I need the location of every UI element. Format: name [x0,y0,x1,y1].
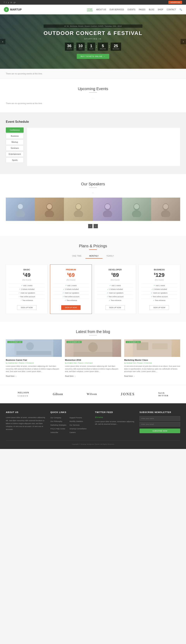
hero-section: ‹ 12 St. Nicholas Street, Essen Comfort … [0,14,186,69]
blog-readmore-2[interactable]: Read More [65,375,76,377]
plan-business: BUSINESS $129 (Per Event) visit 1 event … [138,264,180,314]
nav-home[interactable]: HOME [87,8,93,11]
feature-item: 2 tickets included [53,287,89,291]
plan-business-signup[interactable]: SIGN UP NOW [150,305,169,310]
speakers-grid [6,198,180,221]
nav-shop[interactable]: SHOP [158,8,163,11]
upcoming-banner-text: There are no upcoming events at this tim… [6,73,180,75]
feature-item: free online account [141,295,177,298]
svg-point-8 [76,204,81,209]
svg-rect-20 [16,351,51,355]
schedule-layout: Conference Business Meetup Seminars Ente… [6,128,180,166]
partners-section: NELSONGORDON Gibson Wilson JONES harshBU… [0,385,186,404]
schedule-content [27,128,180,166]
footer-quick-links-title: QUICK LINKS [50,411,91,414]
twitter-icon[interactable]: t [6,1,6,4]
svg-point-16 [161,210,170,217]
feature-item: free entrance [97,298,133,302]
schedule-tab-meetup[interactable]: Meetup [6,140,24,145]
blog-excerpt-1: Lorem ipsum dolor sit amet, consectetur … [6,365,62,373]
hero-prev-button[interactable]: ‹ [0,39,5,44]
plan-developer: DEVELOPER $89 (Per Event) visit 1 event … [94,264,136,314]
schedule-tab-business[interactable]: Business [6,134,24,139]
plans-tab-monthly[interactable]: MONTHLY [86,254,102,258]
logo[interactable]: S MARTUP [4,7,22,12]
nav-blog[interactable]: BLOG [149,8,154,11]
hero-next-button[interactable]: › [181,39,186,44]
plan-developer-features: visit 1 event 2 tickets included meet ou… [97,284,133,302]
blog-excerpt-2: Lorem ipsum dolor sit amet, consectetur … [65,365,121,373]
footer-about-title: ABOUT US [6,411,46,414]
blog-image-2: 11 NOVEMBER 2016 [65,340,121,357]
plan-developer-signup[interactable]: SIGN UP NOW [105,305,125,310]
schedule-tab-entertainment[interactable]: Entertainment [6,152,24,157]
schedule-tabs: Conference Business Meetup Seminars Ente… [6,128,24,163]
nav-events[interactable]: EVENTS [128,8,135,11]
subscribe-button[interactable]: SUBSCRIBE NOW [140,428,180,433]
svg-point-22 [88,342,98,352]
svg-point-17 [163,204,168,209]
linkedin-icon[interactable]: in [11,1,12,4]
blog-divider [89,335,97,336]
footer-link-item: Marketing Strategies [50,424,67,426]
blog-readmore-1[interactable]: Read More [6,375,17,377]
footer-bottom: Copyright © Smartup Wordpress Theme | Al… [6,440,180,445]
plans-tab-yearly[interactable]: YEARLY [102,254,118,258]
nav-pages[interactable]: PAGES [139,8,146,11]
copyright-text: Copyright © Smartup Wordpress Theme | Al… [72,443,114,445]
plan-premium-name: PREMIUM [53,268,89,271]
footer-quick-links: QUICK LINKS Our Company Our Philosophy M… [50,411,91,434]
plans-tab-onetime[interactable]: ONE TIME [68,254,85,258]
plan-basic-signup[interactable]: SIGN UP NOW [17,305,36,310]
feature-item: meet our speakers [97,291,133,295]
speaker-card-1 [6,198,35,221]
feature-item: free online account [97,295,133,298]
plan-premium-signup[interactable]: SIGN UP NOW [61,305,80,310]
footer-link-item: Our Philosophy [50,420,67,422]
buy-tickets-button[interactable]: BUY TICKETS ONLINE → [77,54,109,59]
plan-business-price: $129 [141,272,177,278]
hero-content: 12 St. Nicholas Street, Essen Comfort 54… [44,24,142,59]
svg-point-14 [134,204,139,209]
plans-section: Plans & Pricings ONE TIME MONTHLY YEARLY… [0,236,186,322]
plan-basic-name: BASIC [9,268,45,271]
footer-grid: ABOUT US Lorem ipsum dolor sit amet, con… [6,411,180,434]
feature-item: free entrance [9,298,45,302]
advertise-button[interactable]: ADVERTISE [168,1,182,4]
plan-basic: BASIC $49 (Per Event) visit 1 event 2 ti… [6,264,48,314]
feature-item: visit 1 event [97,284,133,287]
blog-section: Latest from the blog 11 NOVEMBER 2016 Bu… [0,322,186,385]
plans-title: Plans & Pricings [6,244,180,248]
blog-post-1: 11 NOVEMBER 2016 Business Career Fair by… [6,340,62,377]
search-icon[interactable]: 🔍 [180,8,182,11]
nav-services[interactable]: OUR SERVICES [109,8,124,11]
plan-premium-per: (Per Event) [53,279,89,281]
nav-about[interactable]: ABOUT US [96,8,106,11]
blog-title-1: Business Career Fair [6,359,62,361]
speakers-prev-button[interactable]: ‹ [88,224,93,228]
svg-point-2 [18,204,23,209]
plan-premium: PREMIUM $69 (Per Event) visit 1 event 2 … [50,264,92,314]
blog-readmore-3[interactable]: Read More [124,375,135,377]
blog-grid: 11 NOVEMBER 2016 Business Career Fair by… [6,340,180,377]
footer-links-col2: Support Forums Monthly Statistics Our Se… [70,416,87,434]
schedule-tab-seminars[interactable]: Seminars [6,146,24,151]
youtube-icon[interactable]: y [8,1,9,4]
nav-contact[interactable]: CONTACT [167,8,176,11]
countdown-days: 10 DAYS [76,42,85,51]
blog-title: Latest from the blog [6,330,180,334]
newsletter-email-input[interactable] [140,422,180,426]
plan-basic-per: (Per Event) [9,279,45,281]
googleplus-icon[interactable]: g+ [13,1,16,4]
newsletter-name-input[interactable] [140,416,180,421]
schedule-tab-conference[interactable]: Conference [6,128,24,133]
svg-point-19 [26,342,34,350]
blog-date-3: 11 NOVEMBER 2016 [126,341,141,343]
plan-business-per: (Per Event) [141,279,177,281]
svg-point-10 [103,210,112,217]
countdown: 36 MONTH : 10 DAYS : 1 HOUR : 5 MINUTES … [44,42,142,51]
blog-meta-3: by Jonathan Doe | Finance | 0 Comment [124,362,180,364]
facebook-icon[interactable]: f [4,1,4,4]
schedule-tab-sports[interactable]: Sports [6,158,24,163]
speakers-next-button[interactable]: › [93,224,98,228]
